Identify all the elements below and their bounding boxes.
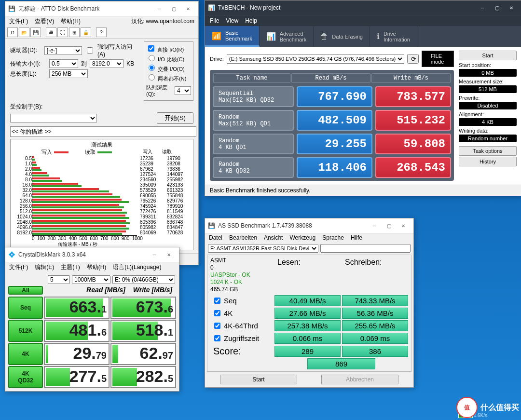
tab-drive-info[interactable]: ℹ DriveInformation — [370, 26, 417, 47]
txb-titlebar[interactable]: 📊 TxBENCH - New project ─ ▢ ✕ — [205, 0, 521, 15]
menu-sprache[interactable]: Sprache — [322, 234, 344, 241]
menu-view[interactable]: 查看(V) — [35, 17, 54, 26]
close-icon[interactable]: ✕ — [162, 250, 176, 259]
erase-icon: 🗑 — [320, 32, 328, 41]
close-icon[interactable]: ✕ — [396, 221, 411, 230]
direct-io-check[interactable] — [148, 45, 154, 52]
drive-select[interactable]: [-e-] — [44, 46, 82, 55]
overlap-io-radio[interactable] — [149, 65, 155, 71]
test-button[interactable]: 512K — [8, 320, 43, 342]
size-select[interactable]: 1000MB — [72, 275, 110, 284]
menu-ansicht[interactable]: Ansicht — [264, 234, 283, 241]
cdm-menubar[interactable]: 文件(F) 编辑(E) 主题(T) 帮助(H) 语言(L)(Language) — [5, 262, 179, 272]
atto-window: 💾 无标题 - ATTO Disk Benchmark ─ ▢ ✕ 文件(F) … — [5, 1, 199, 265]
writedata-val[interactable]: Random number — [459, 135, 517, 142]
abort-button[interactable]: Abbrechen — [321, 375, 398, 384]
startpos-val[interactable]: 0 MB — [459, 69, 517, 77]
tab-advanced-benchmark[interactable]: 📊 AdvancedBenchmark — [260, 26, 314, 47]
tool-open-icon[interactable]: 📂 — [19, 27, 29, 37]
force-write-check[interactable] — [87, 47, 93, 54]
menu-datei[interactable]: Datei — [209, 234, 222, 241]
assd-menubar[interactable]: Datei Bearbeiten Ansicht Werkzeug Sprach… — [205, 233, 413, 242]
io-compare-radio[interactable] — [149, 55, 155, 61]
queue-select[interactable]: 4 — [175, 86, 191, 95]
neither-radio[interactable] — [149, 74, 155, 81]
atto-title: 无标题 - ATTO Disk Benchmark — [18, 5, 152, 13]
menu-hilfe[interactable]: Hilfe — [351, 234, 362, 241]
menu-file[interactable]: 文件(F) — [9, 17, 28, 26]
runs-select[interactable]: 5 — [48, 275, 70, 284]
test-button[interactable]: 4K QD32 — [8, 366, 43, 388]
filter-input[interactable] — [320, 244, 411, 253]
maximize-icon[interactable]: ▢ — [382, 221, 396, 230]
txb-menubar[interactable]: File View Help — [205, 15, 521, 26]
tool-print-icon[interactable]: 🖶 — [46, 27, 56, 37]
drive-select[interactable]: E: ASMT ASM1352R-Fast SCSI Disk Devi — [208, 244, 318, 253]
desc-input[interactable] — [10, 126, 196, 137]
close-icon[interactable]: ✕ — [181, 4, 195, 14]
atto-menubar[interactable]: 文件(F) 查看(V) 帮助(H) 汉化: www.upantool.com — [5, 16, 198, 27]
start-button[interactable]: 开始(S) — [157, 112, 193, 124]
tool-save-icon[interactable]: 💾 — [30, 27, 41, 37]
test-check[interactable]: Zugriffszeit — [210, 333, 273, 344]
size-to-label: 到 — [81, 60, 87, 68]
start-button[interactable]: Start — [220, 375, 297, 384]
tool-lock-icon[interactable]: ⊞ — [69, 27, 80, 37]
maximize-icon[interactable]: ▢ — [490, 3, 504, 13]
minimize-icon[interactable]: ─ — [152, 4, 166, 14]
history-button[interactable]: History — [459, 157, 517, 166]
menu-help[interactable]: 帮助(H) — [87, 263, 107, 271]
tool-help-icon[interactable]: ? — [96, 27, 107, 37]
menu-edit[interactable]: 编辑(E) — [35, 263, 54, 271]
refresh-button[interactable]: ⟳ — [407, 54, 419, 64]
file-mode-button[interactable]: FILE mode — [422, 51, 454, 67]
drive-select[interactable]: E: 0% (0/466GB) — [112, 275, 175, 284]
score-total: 869 — [307, 358, 375, 369]
menu-help[interactable]: Help — [245, 17, 257, 24]
tab-basic-benchmark[interactable]: 📶 BasicBenchmark — [205, 26, 260, 47]
size-to-select[interactable]: 8192.0 — [90, 59, 123, 68]
cdm-icon: 💠 — [8, 251, 15, 258]
all-button[interactable]: All — [8, 286, 43, 295]
minimize-icon[interactable]: ─ — [147, 250, 162, 259]
size-from-select[interactable]: 0.5 — [49, 59, 78, 68]
write-value: 0.069 ms — [342, 333, 408, 344]
meas-val[interactable]: 512 MB — [459, 85, 517, 93]
menu-file[interactable]: File — [210, 17, 219, 24]
score-read: 289 — [274, 346, 341, 357]
menu-bearbeiten[interactable]: Bearbeiten — [229, 234, 257, 241]
start-button[interactable]: Start — [459, 51, 517, 60]
drive-label: 驱动器(D): — [10, 46, 41, 54]
atto-titlebar[interactable]: 💾 无标题 - ATTO Disk Benchmark ─ ▢ ✕ — [5, 1, 198, 16]
prewrite-val[interactable]: Disabled — [459, 102, 517, 109]
menu-help[interactable]: 帮助(H) — [61, 17, 81, 26]
maximize-icon[interactable]: ▢ — [166, 4, 181, 14]
tool-settings-icon[interactable]: ⛶ — [57, 27, 68, 37]
test-check[interactable]: Seq — [210, 295, 273, 306]
cdm-titlebar[interactable]: 💠 CrystalDiskMark 3.0.3 x64 ─ ✕ — [5, 247, 179, 262]
result-cell: 277.5 — [44, 366, 110, 388]
test-button[interactable]: 4K — [8, 343, 43, 365]
menu-theme[interactable]: 主题(T) — [61, 263, 80, 271]
assd-titlebar[interactable]: 💾 AS SSD Benchmark 1.7.4739.38088 ─ ▢ ✕ — [205, 218, 413, 233]
controlled-select[interactable] — [10, 114, 97, 122]
task-options-button[interactable]: Task options — [459, 146, 517, 156]
menu-lang[interactable]: 语言(L)(Language) — [113, 263, 161, 271]
test-check[interactable]: 4K — [210, 308, 273, 319]
as-ssd-window: 💾 AS SSD Benchmark 1.7.4739.38088 ─ ▢ ✕ … — [205, 218, 414, 388]
close-icon[interactable]: ✕ — [504, 3, 519, 13]
minimize-icon[interactable]: ─ — [367, 221, 382, 230]
test-button[interactable]: Seq — [8, 297, 43, 319]
align-val[interactable]: 4 KB — [459, 118, 517, 126]
test-check[interactable]: 4K-64Thrd — [210, 320, 273, 331]
minimize-icon[interactable]: ─ — [475, 3, 490, 13]
length-select[interactable]: 256 MB — [49, 69, 88, 78]
tool-new-icon[interactable]: 🗋 — [7, 27, 18, 37]
menu-view[interactable]: View — [226, 17, 238, 24]
tab-data-erasing[interactable]: 🗑 Data Erasing — [314, 26, 370, 47]
txbench-window: 📊 TxBENCH - New project ─ ▢ ✕ File View … — [205, 0, 521, 196]
menu-file[interactable]: 文件(F) — [9, 263, 28, 271]
menu-werkzeug[interactable]: Werkzeug — [289, 234, 315, 241]
tool-find-icon[interactable]: 🔓 — [81, 27, 91, 37]
drive-select[interactable]: (E:) Samsung SSD 850 EVO 250GB 465.74 GB… — [227, 54, 404, 64]
